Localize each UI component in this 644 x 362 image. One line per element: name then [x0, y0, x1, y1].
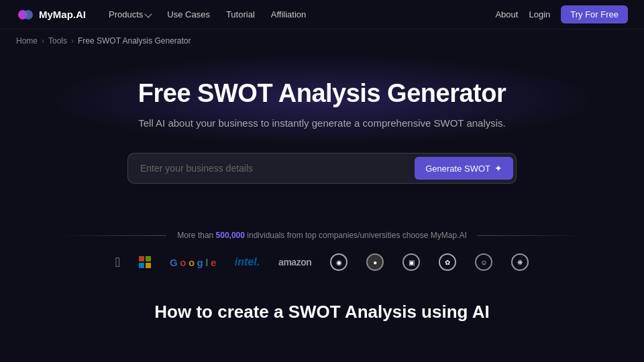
- nav-links: Products Use Cases Tutorial Affiliation: [102, 7, 495, 22]
- breadcrumb-sep-2: ›: [71, 36, 74, 46]
- login-link[interactable]: Login: [529, 9, 550, 19]
- about-link[interactable]: About: [495, 9, 518, 19]
- input-container: Generate SWOT ✦: [127, 153, 517, 184]
- logo-circle-2: ●: [366, 253, 384, 271]
- how-to-title: How to create a SWOT Analysis using AI: [13, 302, 631, 322]
- breadcrumb-sep-1: ›: [42, 36, 44, 46]
- generate-label: Generate SWOT: [425, 164, 490, 174]
- proof-highlight: 500,000: [216, 231, 245, 240]
- nav-right: About Login Try For Free: [495, 5, 628, 23]
- logo-circle-5: ☺: [475, 253, 492, 271]
- navigation: MyMap.AI Products Use Cases Tutorial Aff…: [0, 0, 644, 29]
- logo-intel: intel.: [235, 256, 260, 268]
- business-input[interactable]: [131, 156, 415, 180]
- breadcrumb: Home › Tools › Free SWOT Analysis Genera…: [0, 29, 644, 52]
- logo-google: Google: [170, 257, 216, 268]
- logos-row:  Google intel. amazon ◉ ● ▣ ✿ ☺ ❋: [13, 253, 631, 271]
- proof-text: More than 500,000 individuals from top c…: [166, 231, 478, 240]
- hero-title: Free SWOT Analysis Generator: [13, 79, 631, 108]
- logo[interactable]: MyMap.AI: [16, 5, 86, 24]
- hero-section: Free SWOT Analysis Generator Tell AI abo…: [0, 52, 644, 210]
- proof-bar-left: [59, 235, 166, 236]
- nav-item-products[interactable]: Products: [102, 7, 158, 22]
- social-proof-line: More than 500,000 individuals from top c…: [13, 231, 631, 240]
- try-free-button[interactable]: Try For Free: [561, 5, 628, 23]
- social-proof-section: More than 500,000 individuals from top c…: [0, 210, 644, 282]
- sparkle-icon: ✦: [494, 163, 502, 174]
- logo-microsoft: [139, 256, 151, 268]
- nav-item-tutorial[interactable]: Tutorial: [219, 7, 262, 22]
- logo-icon: [16, 5, 35, 24]
- hero-subtitle: Tell AI about your business to instantly…: [13, 117, 631, 129]
- proof-bar-right: [478, 235, 585, 236]
- chevron-down-icon: [145, 10, 152, 17]
- proof-post: individuals from top companies/universit…: [245, 231, 467, 240]
- svg-point-1: [23, 10, 33, 19]
- logo-text: MyMap.AI: [39, 9, 86, 20]
- breadcrumb-tools[interactable]: Tools: [48, 36, 67, 46]
- breadcrumb-home[interactable]: Home: [16, 36, 38, 46]
- logo-circle-1: ◉: [330, 253, 347, 271]
- logo-amazon: amazon: [278, 257, 311, 267]
- nav-item-usecases[interactable]: Use Cases: [160, 7, 217, 22]
- generate-button[interactable]: Generate SWOT ✦: [415, 157, 513, 180]
- logo-apple: : [115, 255, 120, 270]
- breadcrumb-current: Free SWOT Analysis Generator: [78, 36, 191, 46]
- how-to-section: How to create a SWOT Analysis using AI: [0, 282, 644, 322]
- nav-item-affiliation[interactable]: Affiliation: [264, 7, 313, 22]
- logo-circle-4: ✿: [439, 253, 456, 271]
- logo-circle-6: ❋: [511, 253, 529, 271]
- proof-pre: More than: [177, 231, 215, 240]
- logo-circle-3: ▣: [402, 253, 420, 271]
